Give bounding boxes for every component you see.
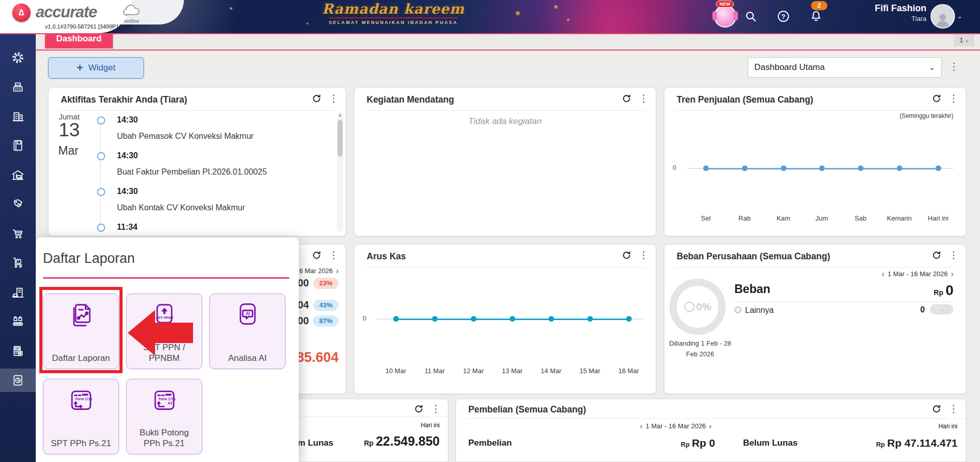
chevron-left-icon[interactable]: ‹ [640, 423, 642, 429]
user-menu-caret[interactable]: ⌄ [957, 12, 963, 20]
sidebar-item-journal[interactable] [0, 134, 36, 157]
chevron-right-icon[interactable]: › [709, 423, 711, 429]
mascot-avatar[interactable] [714, 5, 736, 28]
kebab-icon[interactable]: ⋮ [329, 93, 339, 104]
hand-truck-icon [10, 255, 26, 271]
card-title: Arus Kas [367, 251, 406, 262]
date-range: 1 Mar - 16 Mar 2026 [646, 422, 706, 430]
chart-point[interactable] [432, 316, 438, 322]
kebab-icon[interactable]: ⋮ [639, 93, 649, 104]
chart-point[interactable] [897, 165, 902, 171]
divider [365, 267, 646, 268]
sidebar-item-purchases[interactable] [0, 222, 36, 246]
help-button[interactable]: ? [774, 7, 793, 26]
chart-point[interactable] [781, 165, 786, 171]
amount-value: 0 [945, 282, 953, 298]
metric-row: 004 43% [292, 299, 339, 311]
x-axis-label: Hari ini [928, 214, 948, 222]
kebab-icon[interactable]: ⋮ [329, 250, 339, 260]
chart-point[interactable] [471, 316, 476, 322]
chart-point[interactable] [819, 165, 825, 171]
kebab-icon[interactable]: ⋮ [431, 404, 441, 414]
notification-count-badge: 2 [811, 1, 827, 10]
tab-dashboard-label: Dashboard [56, 34, 102, 44]
x-axis-label: 12 Mar [463, 367, 484, 375]
sidebar-item-reports[interactable] [0, 369, 36, 392]
dashboard-options-kebab[interactable]: ⋮ [949, 60, 959, 72]
sidebar-item-manufacture[interactable] [0, 310, 36, 333]
refresh-icon[interactable] [312, 250, 322, 260]
sidebar-item-company[interactable] [0, 105, 36, 128]
sidebar-item-pricing[interactable]: Rp [0, 192, 36, 216]
lantern-dot [516, 11, 520, 15]
refresh-icon[interactable] [931, 404, 942, 414]
tile-label: SPT PPh Ps.21 [43, 438, 118, 449]
user-avatar[interactable] [930, 4, 955, 29]
sidebar-item-tax[interactable]: TAX [0, 339, 36, 363]
chart-point[interactable] [510, 316, 515, 322]
refresh-icon[interactable] [931, 250, 942, 260]
card-beban-perusahaan: Beban Perusahaan (Semua Cabang) ⋮ ‹ 1 Ma… [664, 244, 966, 394]
chart-point[interactable] [703, 165, 709, 171]
kebab-icon[interactable]: ⋮ [949, 404, 959, 414]
chart-point[interactable] [858, 165, 864, 171]
page-selector[interactable]: 1 ⌄ [954, 33, 974, 46]
tile-spt-pph-ps21[interactable]: Form 1721 SPT PPh Ps.21 [43, 379, 119, 454]
activity-time: 14:30 [117, 151, 138, 160]
metric-pct-badge: 87% [313, 315, 339, 327]
x-axis-label: Sab [854, 214, 866, 222]
metric-pct-badge: 23% [313, 278, 339, 289]
chart-point[interactable] [548, 316, 554, 322]
scrollbar[interactable]: ▲ [337, 112, 343, 232]
chart-point[interactable] [393, 316, 399, 322]
sidebar-item-inventory[interactable] [0, 251, 36, 275]
shopping-cart-icon [10, 226, 26, 241]
chart-point[interactable] [742, 165, 748, 171]
refresh-icon[interactable] [622, 250, 632, 260]
amount-value: Rp 47.114.471 [887, 437, 958, 449]
activity-time: 14:30 [117, 115, 138, 125]
accurate-logo-icon[interactable]: ∆ [12, 4, 31, 22]
tile-analisa-ai[interactable]: AI Analisa AI [209, 294, 285, 369]
company-name: Fifi Fashion [875, 3, 926, 14]
scroll-up-arrow[interactable]: ▲ [337, 113, 343, 117]
x-axis-label: Rab [738, 214, 751, 222]
refresh-icon[interactable] [622, 93, 632, 104]
refresh-icon[interactable] [931, 93, 942, 104]
tile-label: SPT PPN / PPNBM [127, 342, 202, 364]
dashboard-selector[interactable]: Dashboard Utama ⌄ [748, 57, 942, 78]
chart-point[interactable] [936, 165, 941, 171]
tax-document-icon: TAX [10, 344, 26, 359]
chart-point[interactable] [626, 316, 632, 322]
page-number: 1 [960, 36, 963, 44]
activity-text: Ubah Pemasok CV Konveksi Makmur [117, 132, 254, 141]
currency-label: Rp [364, 439, 374, 447]
search-button[interactable] [742, 7, 760, 26]
refresh-icon[interactable] [414, 404, 424, 414]
chevron-down-icon: ⌄ [928, 63, 935, 72]
chart-point[interactable] [587, 316, 593, 322]
sidebar-item-warehouse[interactable] [0, 163, 36, 187]
sidebar-item-cash-register[interactable] [0, 75, 36, 99]
donut-percent: 0% [697, 301, 711, 313]
chevron-right-icon[interactable]: › [336, 268, 339, 274]
chevron-left-icon[interactable]: ‹ [882, 271, 885, 277]
scrollbar-thumb[interactable] [338, 120, 343, 157]
sidebar-item-assets[interactable] [0, 281, 36, 304]
refresh-icon[interactable] [312, 93, 322, 104]
conveyor-icon [10, 314, 26, 329]
app-version: v1.0.1#3790-587261 [3499P12DP] [45, 23, 131, 30]
svg-text:Form 1721: Form 1721 [75, 397, 92, 401]
banner-title: Ramadan kareem [240, 1, 546, 17]
kebab-icon[interactable]: ⋮ [639, 250, 649, 260]
kebab-icon[interactable]: ⋮ [949, 250, 959, 260]
add-widget-button[interactable]: + Widget [48, 57, 144, 79]
chevron-right-icon[interactable]: › [951, 271, 953, 277]
sidebar-item-settings[interactable] [0, 46, 36, 69]
amount-value: 22.549.850 [376, 434, 440, 448]
tile-label-line1: Bukti Potong [127, 427, 202, 438]
kebab-icon[interactable]: ⋮ [949, 93, 959, 104]
card-arus-kas: Arus Kas ⋮ 0 10 Mar 11 Mar 12 Mar 13 Mar… [354, 244, 656, 394]
tile-bukti-potong-pph-ps21[interactable]: Form 1721 A1 Bukti Potong PPh Ps.21 [126, 379, 202, 454]
popup-title-rule [43, 277, 290, 279]
